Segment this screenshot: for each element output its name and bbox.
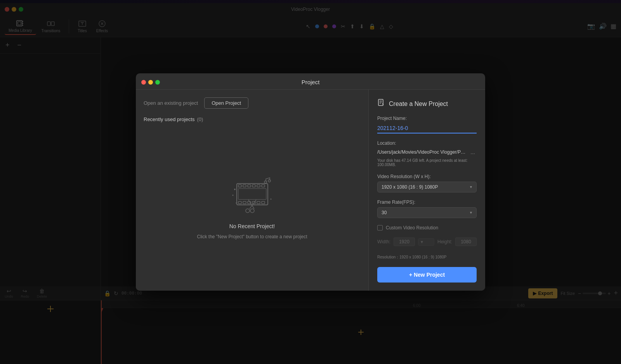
custom-resolution-label: Custom Video Resolution: [386, 225, 438, 231]
svg-rect-9: [238, 185, 241, 187]
svg-point-22: [246, 209, 250, 213]
fps-select-wrapper: 24 25 30 60: [377, 207, 477, 218]
fps-select[interactable]: 24 25 30 60: [377, 207, 477, 218]
modal-right-panel: Create a New Project Project Name: Locat…: [369, 90, 485, 291]
height-label: Height:: [437, 239, 452, 244]
empty-state-subtitle: Click the "New Project" button to create…: [197, 234, 307, 239]
svg-rect-13: [257, 185, 260, 187]
modal-body: Open an existing project Open Project Re…: [136, 90, 485, 291]
custom-resolution-inputs: Width: ▼ Height:: [377, 237, 477, 246]
width-input: [394, 237, 415, 246]
create-project-header: Create a New Project: [377, 99, 477, 109]
svg-rect-12: [252, 185, 255, 187]
svg-rect-19: [257, 201, 260, 204]
svg-rect-32: [378, 99, 383, 106]
modal-overlay: Project Open an existing project Open Pr…: [0, 0, 621, 364]
recent-count: (0): [197, 116, 203, 122]
new-project-button[interactable]: + New Project: [377, 267, 477, 283]
width-label: Width:: [377, 239, 390, 244]
modal-title-bar: Project: [136, 73, 485, 90]
disk-info: Your disk has 47.14 GB left. A project n…: [377, 158, 477, 167]
svg-rect-14: [262, 185, 265, 187]
svg-point-23: [250, 209, 254, 213]
location-label: Location:: [377, 140, 477, 146]
resolution-label: Video Resolution (W x H):: [377, 174, 477, 179]
open-project-section: Open an existing project Open Project: [144, 97, 361, 109]
project-name-field: Project Name:: [377, 116, 477, 133]
recent-projects-title: Recently used projects: [144, 116, 195, 122]
svg-point-28: [234, 189, 236, 190]
modal-close-button[interactable]: [141, 80, 146, 85]
svg-rect-10: [243, 185, 246, 187]
fps-field: Frame Rate(FPS): 24 25 30 60: [377, 199, 477, 218]
fps-label: Frame Rate(FPS):: [377, 199, 477, 205]
custom-resolution-row: Custom Video Resolution: [377, 225, 477, 231]
location-path-row: /Users/jack/Movies/VideoProc Vlogger/Pro…: [377, 148, 477, 156]
empty-state: No Recent Project! Click the "New Projec…: [144, 128, 361, 283]
empty-state-icon: [225, 172, 279, 218]
svg-point-26: [264, 181, 267, 183]
svg-rect-16: [243, 201, 246, 204]
width-dropdown: ▼: [418, 238, 434, 246]
custom-resolution-checkbox[interactable]: [377, 225, 383, 231]
svg-rect-11: [248, 185, 251, 187]
svg-rect-21: [238, 189, 266, 199]
svg-point-30: [270, 199, 271, 200]
project-name-label: Project Name:: [377, 116, 477, 121]
empty-state-title: No Recent Project!: [229, 223, 275, 229]
location-field: Location: /Users/jack/Movies/VideoProc V…: [377, 140, 477, 167]
svg-rect-20: [262, 201, 265, 204]
open-existing-label: Open an existing project: [144, 100, 198, 106]
open-project-button[interactable]: Open Project: [204, 97, 248, 109]
resolution-field: Video Resolution (W x H): 1920 x 1080 (1…: [377, 174, 477, 192]
svg-point-27: [268, 180, 271, 182]
svg-point-29: [232, 195, 233, 196]
location-path-text: /Users/jack/Movies/VideoProc Vlogger/Pro…: [377, 149, 467, 155]
resolution-select-wrapper: 1920 x 1080 (16 : 9) 1080P 1280 x 720 (1…: [377, 182, 477, 192]
svg-point-31: [236, 203, 236, 203]
recent-projects-header: Recently used projects (0): [144, 116, 361, 122]
browse-button[interactable]: ...: [469, 148, 477, 156]
height-input: [455, 237, 477, 246]
create-project-icon: [377, 99, 385, 109]
project-name-input[interactable]: [377, 123, 477, 133]
resolution-select[interactable]: 1920 x 1080 (16 : 9) 1080P 1280 x 720 (1…: [377, 182, 477, 192]
svg-rect-15: [238, 201, 241, 204]
modal-window-controls: [141, 80, 160, 85]
create-project-title: Create a New Project: [389, 101, 448, 107]
modal-minimize-button[interactable]: [148, 80, 153, 85]
modal-title: Project: [302, 79, 320, 85]
modal-left-panel: Open an existing project Open Project Re…: [136, 90, 369, 291]
modal-maximize-button[interactable]: [155, 80, 160, 85]
resolution-hint: Resolution：1920 x 1080 (16 : 9) 1080P: [377, 253, 477, 260]
project-modal: Project Open an existing project Open Pr…: [136, 73, 485, 291]
